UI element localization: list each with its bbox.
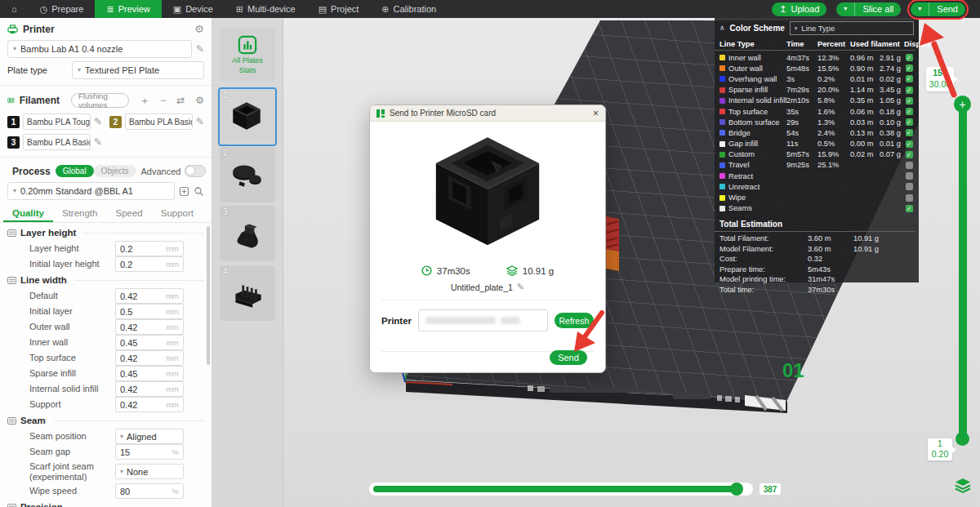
printer-model-select[interactable]: ▾ Bambu Lab A1 0.4 nozzle: [7, 40, 192, 58]
tab-others[interactable]: Others: [203, 204, 212, 222]
slice-dropdown-arrow[interactable]: ▾: [836, 2, 854, 16]
tab-strength[interactable]: Strength: [53, 204, 106, 222]
sync-filament-icon[interactable]: ⇄: [176, 95, 185, 106]
send-split-button[interactable]: ▾ Send: [911, 2, 965, 16]
filament-item-1[interactable]: 1Bambu PLA Tough✎: [7, 113, 102, 130]
display-checkbox[interactable]: ✓: [906, 205, 913, 212]
device-icon: ▣: [173, 4, 181, 15]
plate-type-select[interactable]: ▾ Textured PEI Plate: [72, 61, 204, 79]
collapse-icon[interactable]: ∧: [719, 24, 725, 32]
layers-icon[interactable]: [954, 478, 972, 494]
display-checkbox[interactable]: [906, 162, 913, 169]
plate-thumb-4[interactable]: 4: [220, 265, 275, 321]
initial-layer-input[interactable]: 0.5mm: [115, 304, 184, 319]
display-checkbox[interactable]: ✓: [906, 140, 913, 148]
process-preset-select[interactable]: ▾ 0.20mm Standard @BBL A1: [7, 182, 175, 200]
seam-position-select[interactable]: ▾Aligned: [115, 429, 184, 444]
display-checkbox[interactable]: [906, 172, 913, 180]
display-checkbox[interactable]: ✓: [906, 129, 913, 136]
linetype-row-custom: Custom5m57s15.9%0.02 m0.07 g✓: [715, 149, 919, 160]
remove-filament-button[interactable]: −: [160, 95, 166, 106]
edit-filament-icon[interactable]: ✎: [94, 116, 102, 127]
add-filament-button[interactable]: ＋: [140, 94, 149, 108]
display-checkbox[interactable]: ✓: [906, 64, 913, 72]
dialog-titlebar[interactable]: Send to Printer MicroSD card ×: [370, 105, 605, 122]
edit-filament-icon[interactable]: ✎: [94, 136, 102, 148]
display-checkbox[interactable]: [906, 183, 913, 190]
tab-speed[interactable]: Speed: [106, 204, 151, 222]
tab-home[interactable]: ⌂: [0, 0, 29, 18]
move-slider[interactable]: [369, 483, 753, 496]
tab-preview[interactable]: ≣Preview: [95, 0, 161, 18]
layer-slider-track[interactable]: [959, 98, 967, 445]
edit-filament-icon[interactable]: ✎: [196, 116, 204, 127]
top-surface-input[interactable]: 0.42mm: [115, 350, 184, 366]
wipe-speed-input[interactable]: 80%: [115, 483, 184, 499]
top-menu-bar: ⌂◷Prepare≣Preview▣Device⊞Multi-device▤Pr…: [0, 0, 980, 18]
filament-settings-gear-icon[interactable]: ⚙: [195, 95, 204, 106]
seam-icon: [7, 416, 16, 425]
inner-wall-input[interactable]: 0.45mm: [115, 335, 184, 350]
close-icon[interactable]: ×: [593, 108, 599, 119]
search-icon[interactable]: [194, 186, 204, 197]
total-estimation-title: Total Estimation: [715, 216, 915, 232]
printer-select[interactable]: [418, 309, 548, 331]
tab-device[interactable]: ▣Device: [162, 0, 225, 18]
tab-prepare[interactable]: ◷Prepare: [29, 0, 96, 18]
linetype-row-retract: Retract: [715, 171, 919, 181]
move-slider-handle[interactable]: [730, 483, 743, 496]
slice-all-split-button[interactable]: ▾ Slice all: [836, 2, 901, 16]
internal-solid-infill-input[interactable]: 0.42mm: [115, 381, 184, 397]
bambu-logo-icon: [376, 109, 385, 118]
edit-plate-name-icon[interactable]: ✎: [517, 282, 524, 292]
dialog-send-button[interactable]: Send: [550, 350, 587, 365]
total-estimation-rows: Total Filament:3.60 m10.91 gModel Filame…: [715, 233, 919, 296]
seam-gap-input[interactable]: 15%: [115, 444, 184, 460]
scarf-joint-seam-experimental-select[interactable]: ▾None: [115, 464, 184, 479]
sparse-infill-input[interactable]: 0.45mm: [115, 366, 184, 381]
initial-layer-height-input[interactable]: 0.2mm: [115, 256, 184, 272]
tab-support[interactable]: Support: [152, 204, 203, 222]
display-checkbox[interactable]: ✓: [906, 97, 913, 105]
upload-button[interactable]: ↥Upload: [772, 2, 826, 16]
filament-item-2[interactable]: 2Bambu PLA Basic✎: [109, 113, 204, 130]
refresh-button[interactable]: Refresh: [555, 313, 594, 328]
filament-item-3[interactable]: 3Bambu PLA Basic✎: [7, 134, 102, 150]
outer-wall-input[interactable]: 0.42mm: [115, 319, 184, 335]
tab-quality[interactable]: Quality: [3, 204, 53, 222]
display-checkbox[interactable]: ✓: [906, 118, 913, 126]
save-preset-icon[interactable]: [179, 186, 189, 197]
objects-toggle-button[interactable]: Objects: [94, 165, 136, 177]
display-checkbox[interactable]: ✓: [906, 151, 913, 158]
tab-calibration[interactable]: ⊕Calibration: [370, 0, 448, 18]
printer-settings-gear-icon[interactable]: ⚙: [194, 23, 204, 35]
edit-printer-icon[interactable]: ✎: [196, 43, 204, 55]
display-checkbox[interactable]: ✓: [906, 87, 913, 94]
advanced-toggle[interactable]: [185, 165, 206, 177]
linetype-meters: 0.02 m: [850, 150, 880, 158]
display-checkbox[interactable]: ✓: [906, 54, 913, 61]
sidebar-scrollbar[interactable]: [207, 226, 210, 365]
display-checkbox[interactable]: ✓: [906, 108, 913, 115]
tab-project[interactable]: ▤Project: [307, 0, 371, 18]
plate-thumb-3[interactable]: 3: [220, 206, 275, 261]
plate-thumb-1[interactable]: 1: [218, 87, 277, 146]
send-dropdown-arrow[interactable]: ▾: [911, 2, 929, 16]
view-mode-select[interactable]: ▾ Line Type: [790, 21, 914, 35]
support-input[interactable]: 0.42mm: [115, 397, 184, 412]
chevron-down-icon: ▾: [918, 6, 921, 12]
global-toggle-button[interactable]: Global: [56, 165, 94, 177]
tab-multi-device[interactable]: ⊞Multi-device: [225, 0, 307, 18]
display-checkbox[interactable]: [906, 194, 913, 202]
layer-slider-plus-button[interactable]: +: [954, 96, 971, 113]
display-checkbox[interactable]: ✓: [906, 75, 913, 82]
linetype-meters: 1.14 m: [850, 86, 880, 94]
layer-height-input[interactable]: 0.2mm: [115, 241, 184, 256]
total-label: Total time:: [719, 286, 808, 294]
layer-slider-handle[interactable]: [956, 432, 969, 446]
current-layer-height: 0.20: [928, 449, 952, 460]
all-plates-stats-button[interactable]: All Plates Stats: [220, 28, 275, 82]
default-input[interactable]: 0.42mm: [115, 288, 184, 304]
flushing-volumes-button[interactable]: Flushing volumes: [71, 93, 129, 108]
plate-thumb-2[interactable]: 2: [220, 147, 275, 202]
